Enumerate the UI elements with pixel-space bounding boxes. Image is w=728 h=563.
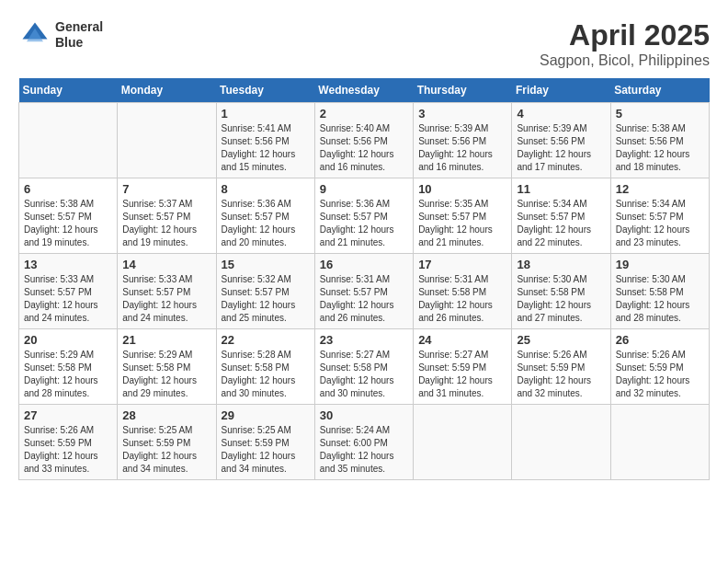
day-info: Sunrise: 5:33 AMSunset: 5:57 PMDaylight:… — [122, 273, 210, 325]
day-number: 25 — [517, 333, 605, 347]
calendar-cell: 10Sunrise: 5:35 AMSunset: 5:57 PMDayligh… — [414, 178, 512, 254]
day-info: Sunrise: 5:31 AMSunset: 5:57 PMDaylight:… — [320, 273, 408, 325]
calendar-cell: 1Sunrise: 5:41 AMSunset: 5:56 PMDaylight… — [216, 103, 314, 178]
calendar-title: April 2025 — [540, 18, 710, 52]
calendar-cell: 26Sunrise: 5:26 AMSunset: 5:59 PMDayligh… — [610, 329, 709, 405]
day-number: 26 — [616, 333, 704, 347]
calendar-cell: 11Sunrise: 5:34 AMSunset: 5:57 PMDayligh… — [512, 178, 610, 254]
calendar-week-row: 6Sunrise: 5:38 AMSunset: 5:57 PMDaylight… — [19, 178, 710, 254]
day-number: 1 — [222, 107, 310, 121]
day-number: 27 — [24, 408, 112, 422]
day-number: 29 — [222, 408, 310, 422]
calendar-cell: 22Sunrise: 5:28 AMSunset: 5:58 PMDayligh… — [216, 329, 314, 405]
calendar-week-row: 20Sunrise: 5:29 AMSunset: 5:58 PMDayligh… — [19, 329, 710, 405]
day-number: 10 — [418, 182, 506, 196]
day-number: 7 — [122, 182, 210, 196]
calendar-cell — [512, 405, 610, 480]
day-number: 22 — [222, 333, 310, 347]
calendar-cell — [19, 103, 118, 178]
day-info: Sunrise: 5:30 AMSunset: 5:58 PMDaylight:… — [517, 273, 605, 325]
calendar-cell: 4Sunrise: 5:39 AMSunset: 5:56 PMDaylight… — [512, 103, 610, 178]
day-info: Sunrise: 5:26 AMSunset: 5:59 PMDaylight:… — [517, 349, 605, 400]
calendar-cell: 20Sunrise: 5:29 AMSunset: 5:58 PMDayligh… — [19, 329, 118, 405]
day-info: Sunrise: 5:39 AMSunset: 5:56 PMDaylight:… — [418, 122, 506, 174]
day-info: Sunrise: 5:36 AMSunset: 5:57 PMDaylight:… — [320, 198, 408, 249]
calendar-cell: 30Sunrise: 5:24 AMSunset: 6:00 PMDayligh… — [314, 405, 413, 480]
calendar-cell: 8Sunrise: 5:36 AMSunset: 5:57 PMDaylight… — [216, 178, 314, 254]
calendar-cell: 15Sunrise: 5:32 AMSunset: 5:57 PMDayligh… — [216, 254, 314, 329]
day-info: Sunrise: 5:32 AMSunset: 5:57 PMDaylight:… — [222, 273, 310, 325]
calendar-cell: 13Sunrise: 5:33 AMSunset: 5:57 PMDayligh… — [19, 254, 118, 329]
day-info: Sunrise: 5:30 AMSunset: 5:58 PMDaylight:… — [616, 273, 704, 325]
calendar-cell: 12Sunrise: 5:34 AMSunset: 5:57 PMDayligh… — [610, 178, 709, 254]
day-number: 2 — [320, 107, 408, 121]
calendar-cell: 21Sunrise: 5:29 AMSunset: 5:58 PMDayligh… — [118, 329, 216, 405]
day-info: Sunrise: 5:34 AMSunset: 5:57 PMDaylight:… — [616, 198, 704, 249]
calendar-cell: 3Sunrise: 5:39 AMSunset: 5:56 PMDaylight… — [414, 103, 512, 178]
logo-text: General Blue — [55, 19, 103, 51]
day-number: 18 — [517, 258, 605, 271]
day-info: Sunrise: 5:25 AMSunset: 5:59 PMDaylight:… — [222, 424, 310, 476]
day-info: Sunrise: 5:28 AMSunset: 5:58 PMDaylight:… — [222, 349, 310, 400]
day-info: Sunrise: 5:26 AMSunset: 5:59 PMDaylight:… — [616, 349, 704, 400]
calendar-cell: 24Sunrise: 5:27 AMSunset: 5:59 PMDayligh… — [414, 329, 512, 405]
day-number: 14 — [122, 258, 210, 271]
logo-icon — [18, 18, 51, 52]
weekday-header-row: SundayMondayTuesdayWednesdayThursdayFrid… — [19, 78, 710, 103]
day-info: Sunrise: 5:35 AMSunset: 5:57 PMDaylight:… — [418, 198, 506, 249]
calendar-table: SundayMondayTuesdayWednesdayThursdayFrid… — [18, 78, 710, 480]
day-info: Sunrise: 5:31 AMSunset: 5:58 PMDaylight:… — [418, 273, 506, 325]
title-block: April 2025 Sagpon, Bicol, Philippines — [540, 18, 710, 69]
weekday-header: Saturday — [610, 78, 709, 103]
day-info: Sunrise: 5:38 AMSunset: 5:57 PMDaylight:… — [24, 198, 112, 249]
day-info: Sunrise: 5:33 AMSunset: 5:57 PMDaylight:… — [24, 273, 112, 325]
day-number: 11 — [517, 182, 605, 196]
day-number: 9 — [320, 182, 408, 196]
logo: General Blue — [18, 18, 103, 52]
weekday-header: Thursday — [414, 78, 512, 103]
day-info: Sunrise: 5:25 AMSunset: 5:59 PMDaylight:… — [122, 424, 210, 476]
logo-line2: Blue — [55, 35, 103, 51]
day-number: 8 — [222, 182, 310, 196]
day-number: 30 — [320, 408, 408, 422]
calendar-cell: 7Sunrise: 5:37 AMSunset: 5:57 PMDaylight… — [118, 178, 216, 254]
calendar-cell — [118, 103, 216, 178]
day-info: Sunrise: 5:40 AMSunset: 5:56 PMDaylight:… — [320, 122, 408, 174]
calendar-cell: 23Sunrise: 5:27 AMSunset: 5:58 PMDayligh… — [314, 329, 413, 405]
calendar-cell — [414, 405, 512, 480]
day-info: Sunrise: 5:36 AMSunset: 5:57 PMDaylight:… — [222, 198, 310, 249]
day-number: 5 — [616, 107, 704, 121]
calendar-cell — [610, 405, 709, 480]
day-info: Sunrise: 5:24 AMSunset: 6:00 PMDaylight:… — [320, 424, 408, 476]
day-number: 17 — [418, 258, 506, 271]
day-info: Sunrise: 5:39 AMSunset: 5:56 PMDaylight:… — [517, 122, 605, 174]
day-info: Sunrise: 5:38 AMSunset: 5:56 PMDaylight:… — [616, 122, 704, 174]
calendar-cell: 6Sunrise: 5:38 AMSunset: 5:57 PMDaylight… — [19, 178, 118, 254]
calendar-subtitle: Sagpon, Bicol, Philippines — [540, 52, 710, 69]
day-info: Sunrise: 5:26 AMSunset: 5:59 PMDaylight:… — [24, 424, 112, 476]
day-number: 16 — [320, 258, 408, 271]
day-info: Sunrise: 5:29 AMSunset: 5:58 PMDaylight:… — [122, 349, 210, 400]
calendar-cell: 28Sunrise: 5:25 AMSunset: 5:59 PMDayligh… — [118, 405, 216, 480]
day-number: 24 — [418, 333, 506, 347]
day-info: Sunrise: 5:27 AMSunset: 5:59 PMDaylight:… — [418, 349, 506, 400]
day-info: Sunrise: 5:41 AMSunset: 5:56 PMDaylight:… — [222, 122, 310, 174]
day-number: 23 — [320, 333, 408, 347]
calendar-cell: 25Sunrise: 5:26 AMSunset: 5:59 PMDayligh… — [512, 329, 610, 405]
weekday-header: Wednesday — [314, 78, 413, 103]
calendar-cell: 19Sunrise: 5:30 AMSunset: 5:58 PMDayligh… — [610, 254, 709, 329]
page-header: General Blue April 2025 Sagpon, Bicol, P… — [18, 18, 710, 69]
calendar-cell: 17Sunrise: 5:31 AMSunset: 5:58 PMDayligh… — [414, 254, 512, 329]
day-info: Sunrise: 5:27 AMSunset: 5:58 PMDaylight:… — [320, 349, 408, 400]
calendar-cell: 14Sunrise: 5:33 AMSunset: 5:57 PMDayligh… — [118, 254, 216, 329]
day-number: 12 — [616, 182, 704, 196]
day-number: 13 — [24, 258, 112, 271]
calendar-cell: 18Sunrise: 5:30 AMSunset: 5:58 PMDayligh… — [512, 254, 610, 329]
weekday-header: Tuesday — [216, 78, 314, 103]
day-number: 21 — [122, 333, 210, 347]
day-number: 19 — [616, 258, 704, 271]
day-info: Sunrise: 5:37 AMSunset: 5:57 PMDaylight:… — [122, 198, 210, 249]
day-number: 4 — [517, 107, 605, 121]
day-number: 20 — [24, 333, 112, 347]
calendar-week-row: 13Sunrise: 5:33 AMSunset: 5:57 PMDayligh… — [19, 254, 710, 329]
